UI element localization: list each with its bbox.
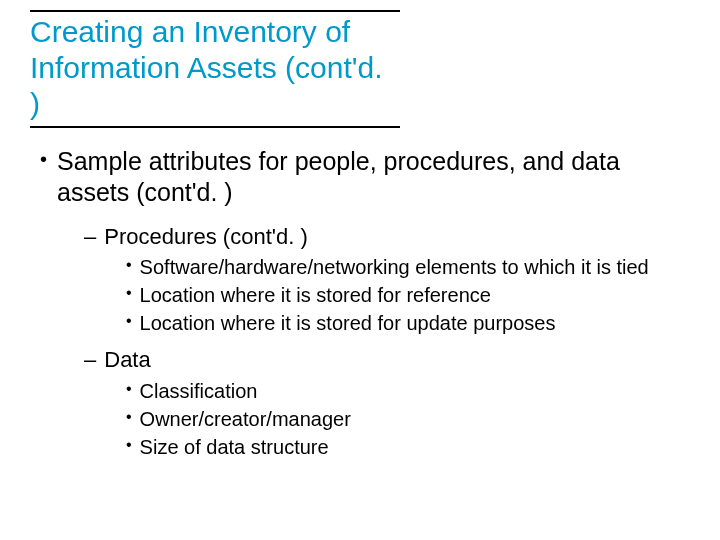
bullet-l1-text: Sample attributes for people, procedures… [57,146,690,209]
bullet-level-3: • Classification [126,378,690,404]
bullet-dot-icon: • [126,254,132,276]
bullet-l2-text: Procedures (cont'd. ) [104,223,308,252]
bullet-level-3: • Software/hardware/networking elements … [126,254,690,280]
bullet-l3-text: Location where it is stored for referenc… [140,282,491,308]
bullet-l3-text: Size of data structure [140,434,329,460]
bullet-dot-icon: • [126,282,132,304]
bullet-l3-text: Owner/creator/manager [140,406,351,432]
slide-title: Creating an Inventory of Information Ass… [30,14,400,122]
bullet-level-2: – Procedures (cont'd. ) [84,223,690,252]
bullet-dot-icon: • [126,406,132,428]
bullet-level-1: • Sample attributes for people, procedur… [30,146,690,209]
bullet-l3-text: Classification [140,378,258,404]
bullet-dot-icon: • [40,146,47,172]
bullet-dot-icon: • [126,378,132,400]
bullet-dash-icon: – [84,346,96,375]
title-block: Creating an Inventory of Information Ass… [30,10,400,128]
bullet-dot-icon: • [126,310,132,332]
bullet-dot-icon: • [126,434,132,456]
bullet-l2-text: Data [104,346,150,375]
bullet-level-3: • Location where it is stored for update… [126,310,690,336]
bullet-level-3: • Owner/creator/manager [126,406,690,432]
bullet-dash-icon: – [84,223,96,252]
bullet-l3-text: Software/hardware/networking elements to… [140,254,649,280]
bullet-l3-text: Location where it is stored for update p… [140,310,556,336]
bullet-level-3: • Size of data structure [126,434,690,460]
bullet-level-2: – Data [84,346,690,375]
bullet-level-3: • Location where it is stored for refere… [126,282,690,308]
